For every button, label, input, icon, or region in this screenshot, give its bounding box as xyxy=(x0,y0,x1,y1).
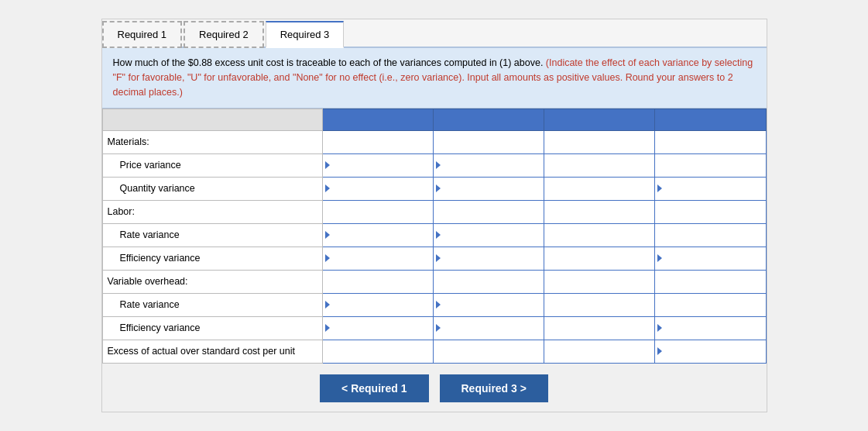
table-row: Variable overhead: xyxy=(102,270,766,293)
row-label-var-rate-variance: Rate variance xyxy=(102,293,322,316)
tab-required-1[interactable]: Required 1 xyxy=(102,21,183,48)
cell xyxy=(544,200,655,223)
cell[interactable] xyxy=(655,177,766,200)
cell xyxy=(433,130,544,153)
row-label-excess: Excess of actual over standard cost per … xyxy=(102,340,322,363)
table-row: Materials: xyxy=(102,130,766,153)
cell[interactable] xyxy=(433,177,544,200)
cell xyxy=(322,200,433,223)
col-header-3 xyxy=(544,109,655,130)
var-rate-variance-input-2[interactable] xyxy=(434,295,544,315)
row-label-quantity-variance: Quantity variance xyxy=(102,177,322,200)
cell xyxy=(544,293,655,316)
cell[interactable] xyxy=(433,153,544,177)
cell[interactable] xyxy=(433,293,544,316)
cell xyxy=(655,223,766,247)
row-label-var-efficiency-variance: Efficiency variance xyxy=(102,316,322,340)
variance-table: Materials: Price variance xyxy=(102,109,767,364)
row-label-materials: Materials: xyxy=(102,130,322,153)
cell xyxy=(433,200,544,223)
cell[interactable] xyxy=(655,340,766,363)
cell xyxy=(655,270,766,293)
cell[interactable] xyxy=(322,177,433,200)
cell[interactable] xyxy=(433,247,544,270)
cell xyxy=(544,130,655,153)
cell xyxy=(544,316,655,340)
var-efficiency-variance-input-2[interactable] xyxy=(434,318,544,338)
var-rate-variance-input-1[interactable] xyxy=(323,295,433,315)
quantity-variance-input-1[interactable] xyxy=(323,178,433,198)
bottom-nav: < Required 1 Required 3 > xyxy=(102,364,767,412)
data-table-area: Materials: Price variance xyxy=(102,109,767,364)
cell xyxy=(655,130,766,153)
cell[interactable] xyxy=(655,316,766,340)
labor-efficiency-variance-input-4[interactable] xyxy=(655,248,765,268)
var-efficiency-variance-input-4[interactable] xyxy=(655,318,765,338)
table-row: Labor: xyxy=(102,200,766,223)
labor-efficiency-variance-input-2[interactable] xyxy=(434,248,544,268)
labor-rate-variance-input-1[interactable] xyxy=(323,225,433,245)
cell xyxy=(322,270,433,293)
labor-efficiency-variance-input-1[interactable] xyxy=(323,248,433,268)
tab-bar: Required 1 Required 2 Required 3 xyxy=(102,19,767,48)
cell[interactable] xyxy=(322,153,433,177)
table-row: Efficiency variance xyxy=(102,316,766,340)
prev-button[interactable]: < Required 1 xyxy=(320,374,428,402)
instructions-box: How much of the $0.88 excess unit cost i… xyxy=(102,48,767,108)
table-row: Quantity variance xyxy=(102,177,766,200)
cell[interactable] xyxy=(322,223,433,247)
cell xyxy=(544,153,655,177)
quantity-variance-input-4[interactable] xyxy=(655,178,765,198)
cell xyxy=(544,247,655,270)
cell xyxy=(655,293,766,316)
row-label-variable-overhead: Variable overhead: xyxy=(102,270,322,293)
price-variance-input-1[interactable] xyxy=(323,155,433,175)
col-header-1 xyxy=(322,109,433,130)
cell[interactable] xyxy=(433,223,544,247)
cell xyxy=(544,340,655,363)
cell[interactable] xyxy=(322,316,433,340)
cell xyxy=(433,340,544,363)
cell xyxy=(433,270,544,293)
table-row: Excess of actual over standard cost per … xyxy=(102,340,766,363)
cell[interactable] xyxy=(655,247,766,270)
table-row: Rate variance xyxy=(102,223,766,247)
col-header-label xyxy=(102,109,322,130)
excess-input-4[interactable] xyxy=(655,341,765,361)
row-label-price-variance: Price variance xyxy=(102,153,322,177)
main-container: Required 1 Required 2 Required 3 How muc… xyxy=(101,19,767,412)
cell xyxy=(544,223,655,247)
cell xyxy=(544,270,655,293)
price-variance-input-2[interactable] xyxy=(434,155,544,175)
table-row: Price variance xyxy=(102,153,766,177)
cell[interactable] xyxy=(322,293,433,316)
var-efficiency-variance-input-1[interactable] xyxy=(323,318,433,338)
cell xyxy=(655,153,766,177)
table-row: Efficiency variance xyxy=(102,247,766,270)
col-header-2 xyxy=(433,109,544,130)
cell xyxy=(322,340,433,363)
tab-required-3[interactable]: Required 3 xyxy=(266,21,345,48)
cell[interactable] xyxy=(433,316,544,340)
cell xyxy=(322,130,433,153)
table-row: Rate variance xyxy=(102,293,766,316)
col-header-4 xyxy=(655,109,766,130)
cell[interactable] xyxy=(322,247,433,270)
row-label-labor-rate-variance: Rate variance xyxy=(102,223,322,247)
tab-required-2[interactable]: Required 2 xyxy=(184,21,264,48)
cell xyxy=(655,200,766,223)
next-button[interactable]: Required 3 > xyxy=(440,374,548,402)
labor-rate-variance-input-2[interactable] xyxy=(434,225,544,245)
instructions-text-main: How much of the $0.88 excess unit cost i… xyxy=(113,57,546,68)
cell xyxy=(544,177,655,200)
quantity-variance-input-2[interactable] xyxy=(434,178,544,198)
row-label-labor-efficiency-variance: Efficiency variance xyxy=(102,247,322,270)
row-label-labor: Labor: xyxy=(102,200,322,223)
